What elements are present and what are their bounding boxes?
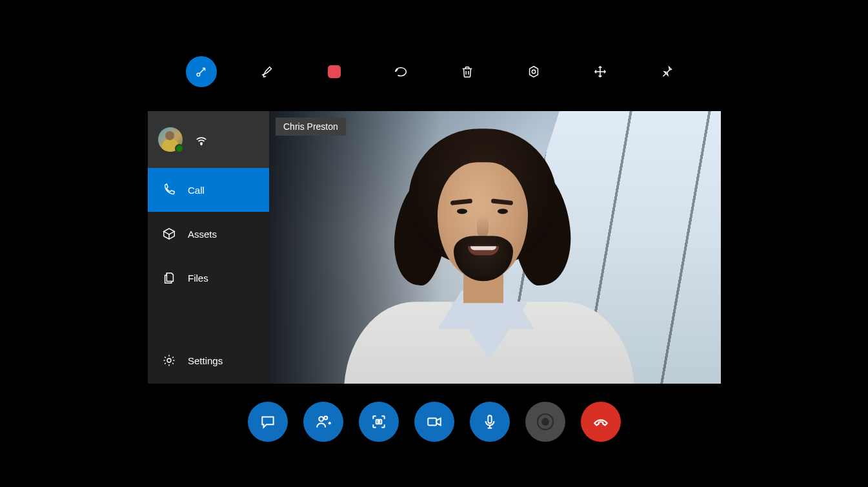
presence-available-icon <box>175 144 184 153</box>
camera-snapshot-icon <box>370 413 387 430</box>
record-square-icon <box>328 65 341 78</box>
sidebar: Call Assets Files <box>148 111 269 384</box>
svg-point-4 <box>319 417 323 421</box>
pin-button[interactable] <box>651 56 682 87</box>
undo-icon <box>394 65 408 79</box>
hex-settings-button[interactable] <box>518 56 549 87</box>
svg-point-3 <box>167 358 171 362</box>
record-button[interactable] <box>525 402 565 442</box>
video-toggle-button[interactable] <box>414 402 454 442</box>
gear-icon <box>162 353 176 368</box>
app-stage: Call Assets Files <box>0 0 868 487</box>
video-icon <box>426 413 443 430</box>
files-icon <box>162 271 176 285</box>
svg-point-5 <box>324 417 327 420</box>
box-icon <box>162 227 176 241</box>
add-participant-icon <box>315 413 332 430</box>
sidebar-item-assets[interactable]: Assets <box>148 212 269 256</box>
svg-rect-8 <box>428 419 436 426</box>
phone-icon <box>162 183 176 197</box>
video-area: Chris Preston <box>269 111 721 384</box>
mic-icon <box>481 413 498 430</box>
sidebar-item-label: Call <box>188 185 205 196</box>
sidebar-item-label: Files <box>188 273 208 284</box>
annotate-button[interactable] <box>186 56 217 87</box>
top-toolbar <box>0 56 868 88</box>
sidebar-item-settings[interactable]: Settings <box>148 337 269 384</box>
annotate-icon <box>194 65 208 79</box>
call-controls <box>0 402 868 442</box>
sidebar-item-files[interactable]: Files <box>148 256 269 300</box>
hangup-icon <box>592 413 609 430</box>
chat-icon <box>259 413 276 430</box>
pin-icon <box>660 65 674 79</box>
svg-point-1 <box>532 70 536 74</box>
undo-button[interactable] <box>385 56 416 87</box>
move-arrows-icon <box>593 65 607 79</box>
user-avatar[interactable] <box>158 127 183 152</box>
add-participant-button[interactable] <box>303 402 343 442</box>
pen-icon <box>261 65 275 79</box>
svg-point-0 <box>197 73 200 76</box>
hangup-button[interactable] <box>581 402 621 442</box>
sidebar-header <box>148 111 269 168</box>
sidebar-item-label: Assets <box>188 229 217 240</box>
svg-point-2 <box>201 143 202 145</box>
pen-button[interactable] <box>252 56 283 87</box>
sidebar-item-label: Settings <box>188 355 223 366</box>
app-window: Call Assets Files <box>148 111 721 384</box>
svg-rect-9 <box>488 415 491 423</box>
wifi-icon <box>194 132 208 147</box>
hex-settings-icon <box>527 65 541 79</box>
mic-toggle-button[interactable] <box>470 402 510 442</box>
remote-participant-video <box>318 117 654 384</box>
sidebar-nav: Call Assets Files <box>148 168 269 384</box>
delete-button[interactable] <box>452 56 483 87</box>
svg-point-7 <box>378 420 379 422</box>
snapshot-button[interactable] <box>359 402 399 442</box>
record-toggle-button[interactable] <box>319 56 350 87</box>
participant-name-tag: Chris Preston <box>276 118 346 136</box>
move-button[interactable] <box>585 56 616 87</box>
trash-icon <box>460 65 474 79</box>
sidebar-item-call[interactable]: Call <box>148 168 269 212</box>
chat-button[interactable] <box>248 402 288 442</box>
record-icon <box>537 413 554 430</box>
